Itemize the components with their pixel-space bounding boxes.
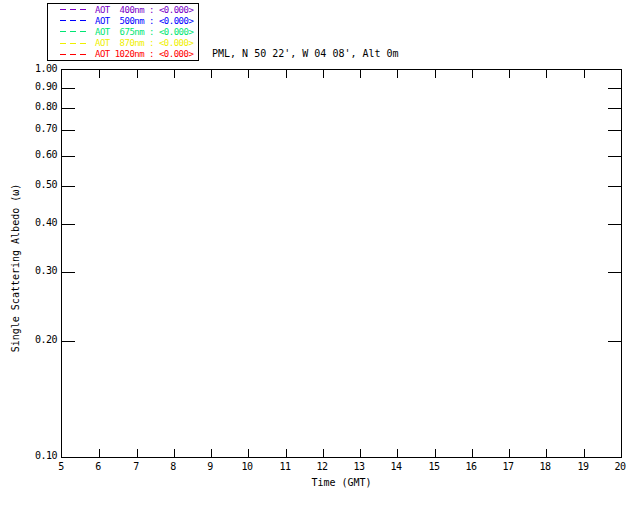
plot-screenshot: AOT 400nm : <0.000>AOT 500nm : <0.000>AO…: [0, 0, 640, 512]
x-tick-label: 15: [419, 461, 449, 472]
y-axis-tick: [62, 156, 75, 157]
y-tick-label: 0.60: [25, 149, 57, 161]
y-tick-label: 0.20: [25, 334, 57, 346]
y-tick-label: 0.90: [25, 81, 57, 93]
x-axis-top-tick: [584, 70, 585, 78]
x-tick-label: 14: [381, 461, 411, 472]
x-axis-top-tick: [546, 70, 547, 78]
legend-entry-aot-500nm: AOT 500nm : <0.000>: [60, 15, 198, 26]
site-location-line: PML, N 50 22', W 04 08', Alt 0m: [212, 44, 399, 64]
y-axis-label: Single Scattering Albedo (ω): [10, 184, 21, 353]
legend-entry-aot-870nm: AOT 870nm : <0.000>: [60, 38, 198, 49]
x-axis-tick: [211, 449, 212, 457]
x-axis-tick: [360, 449, 361, 457]
x-axis-top-tick: [211, 70, 212, 78]
x-axis-top-tick: [360, 70, 361, 78]
x-axis-top-tick: [248, 70, 249, 78]
x-axis-tick: [248, 449, 249, 457]
y-axis-right-tick: [608, 272, 621, 273]
legend-label: AOT 500nm : <0.000>: [95, 16, 193, 26]
y-tick-label: 0.40: [25, 217, 57, 229]
y-axis-right-tick: [608, 156, 621, 157]
x-tick-label: 9: [195, 461, 225, 472]
x-axis-tick: [397, 449, 398, 457]
y-tick-label: 0.70: [25, 123, 57, 135]
y-axis-tick: [62, 341, 75, 342]
x-axis-top-tick: [435, 70, 436, 78]
y-tick-label: 0.10: [25, 450, 57, 462]
y-axis-tick: [62, 108, 75, 109]
y-axis-tick: [62, 88, 75, 89]
x-axis-top-tick: [509, 70, 510, 78]
x-axis-tick: [509, 449, 510, 457]
x-tick-label: 20: [605, 461, 635, 472]
x-tick-label: 12: [307, 461, 337, 472]
x-axis-tick: [99, 449, 100, 457]
x-tick-label: 5: [46, 461, 76, 472]
x-axis-tick: [472, 449, 473, 457]
plot-area: [61, 69, 622, 458]
legend-dash-line: [60, 43, 90, 44]
legend-entry-aot-400nm: AOT 400nm : <0.000>: [60, 4, 198, 15]
x-tick-label: 17: [493, 461, 523, 472]
x-tick-label: 13: [344, 461, 374, 472]
legend-label: AOT 870nm : <0.000>: [95, 38, 193, 48]
legend-dash-line: [60, 31, 90, 32]
legend-label: AOT 400nm : <0.000>: [95, 5, 193, 15]
x-axis-tick: [137, 449, 138, 457]
x-axis-tick: [435, 449, 436, 457]
x-axis-tick: [286, 449, 287, 457]
legend-label: AOT 1020nm : <0.000>: [95, 49, 193, 59]
x-axis-top-tick: [472, 70, 473, 78]
y-axis-tick: [62, 130, 75, 131]
y-axis-right-tick: [608, 341, 621, 342]
y-tick-label: 0.50: [25, 179, 57, 191]
x-axis-top-tick: [323, 70, 324, 78]
legend-box: AOT 400nm : <0.000>AOT 500nm : <0.000>AO…: [47, 3, 199, 61]
y-axis-right-tick: [608, 224, 621, 225]
legend-entry-aot-1020nm: AOT 1020nm : <0.000>: [60, 49, 198, 60]
x-axis-tick: [174, 449, 175, 457]
x-tick-label: 6: [83, 461, 113, 472]
x-axis-tick: [323, 449, 324, 457]
x-axis-top-tick: [174, 70, 175, 78]
x-axis-top-tick: [397, 70, 398, 78]
x-tick-label: 10: [232, 461, 262, 472]
x-tick-label: 7: [121, 461, 151, 472]
y-axis-right-tick: [608, 130, 621, 131]
legend-dash-line: [60, 20, 90, 21]
x-tick-label: 8: [158, 461, 188, 472]
y-axis-right-tick: [608, 88, 621, 89]
x-axis-label: Time (GMT): [61, 477, 622, 488]
x-tick-label: 16: [456, 461, 486, 472]
x-axis-tick: [584, 449, 585, 457]
x-axis-top-tick: [137, 70, 138, 78]
x-tick-label: 11: [270, 461, 300, 472]
x-tick-label: 18: [530, 461, 560, 472]
x-axis-top-tick: [286, 70, 287, 78]
y-axis-right-tick: [608, 108, 621, 109]
y-tick-label: 0.80: [25, 101, 57, 113]
y-tick-label: 1.00: [25, 63, 57, 75]
y-tick-label: 0.30: [25, 265, 57, 277]
y-axis-tick: [62, 272, 75, 273]
legend-dash-line: [60, 54, 90, 55]
y-axis-right-tick: [608, 186, 621, 187]
legend-entry-aot-675nm: AOT 675nm : <0.000>: [60, 26, 198, 37]
legend-label: AOT 675nm : <0.000>: [95, 27, 193, 37]
y-axis-tick: [62, 186, 75, 187]
y-axis-tick: [62, 224, 75, 225]
x-axis-tick: [546, 449, 547, 457]
legend-dash-line: [60, 9, 90, 10]
x-axis-top-tick: [99, 70, 100, 78]
x-tick-label: 19: [568, 461, 598, 472]
